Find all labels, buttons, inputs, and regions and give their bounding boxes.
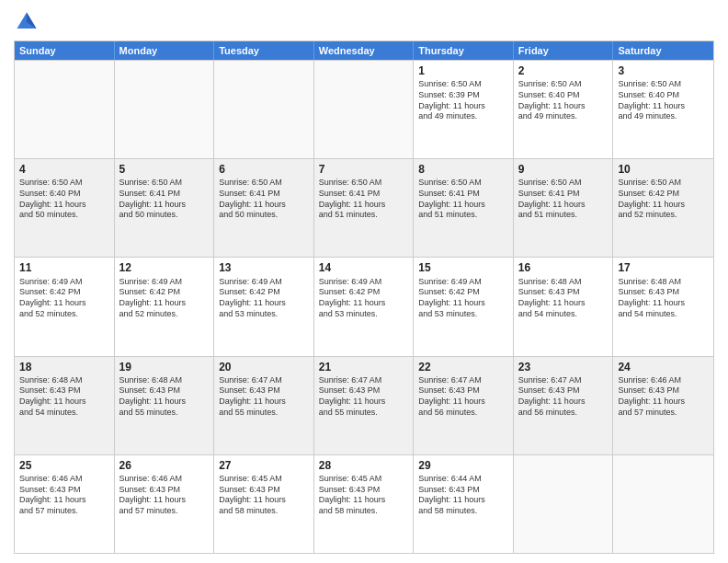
- cell-info: Sunrise: 6:48 AMSunset: 6:43 PMDaylight:…: [19, 375, 109, 419]
- day-number: 26: [119, 458, 210, 473]
- cell-info: Sunrise: 6:49 AMSunset: 6:42 PMDaylight:…: [19, 277, 109, 320]
- cell-info: Sunrise: 6:47 AMSunset: 6:43 PMDaylight:…: [518, 375, 609, 419]
- calendar-cell: 5Sunrise: 6:50 AMSunset: 6:41 PMDaylight…: [115, 159, 215, 257]
- header-day: Thursday: [414, 41, 514, 60]
- calendar-cell: 3Sunrise: 6:50 AMSunset: 6:40 PMDaylight…: [613, 61, 713, 158]
- cell-info: Sunrise: 6:47 AMSunset: 6:43 PMDaylight:…: [219, 375, 309, 419]
- logo-icon: [14, 9, 40, 35]
- calendar-cell: [514, 455, 614, 553]
- calendar-header: SundayMondayTuesdayWednesdayThursdayFrid…: [15, 41, 713, 60]
- day-number: 7: [319, 162, 409, 177]
- header: [14, 9, 714, 35]
- cell-info: Sunrise: 6:50 AMSunset: 6:39 PMDaylight:…: [418, 79, 508, 122]
- calendar-cell: 1Sunrise: 6:50 AMSunset: 6:39 PMDaylight…: [414, 61, 514, 158]
- day-number: 6: [219, 162, 309, 177]
- day-number: 13: [219, 260, 309, 275]
- day-number: 5: [119, 162, 210, 177]
- calendar-cell: 27Sunrise: 6:45 AMSunset: 6:43 PMDayligh…: [214, 455, 314, 553]
- calendar-cell: 8Sunrise: 6:50 AMSunset: 6:41 PMDaylight…: [414, 159, 514, 257]
- day-number: 8: [418, 162, 508, 177]
- day-number: 2: [518, 63, 609, 78]
- day-number: 22: [418, 360, 508, 374]
- cell-info: Sunrise: 6:49 AMSunset: 6:42 PMDaylight:…: [119, 277, 210, 320]
- calendar-cell: 25Sunrise: 6:46 AMSunset: 6:43 PMDayligh…: [15, 455, 115, 553]
- header-day: Tuesday: [214, 41, 314, 60]
- cell-info: Sunrise: 6:48 AMSunset: 6:43 PMDaylight:…: [119, 375, 210, 419]
- calendar-cell: 17Sunrise: 6:48 AMSunset: 6:43 PMDayligh…: [613, 258, 713, 355]
- cell-info: Sunrise: 6:50 AMSunset: 6:42 PMDaylight:…: [618, 178, 709, 221]
- calendar-cell: 28Sunrise: 6:45 AMSunset: 6:43 PMDayligh…: [314, 455, 415, 553]
- calendar-cell: 24Sunrise: 6:46 AMSunset: 6:43 PMDayligh…: [613, 357, 713, 454]
- day-number: 25: [19, 458, 109, 473]
- day-number: 16: [518, 260, 609, 275]
- cell-info: Sunrise: 6:47 AMSunset: 6:43 PMDaylight:…: [418, 375, 508, 419]
- cell-info: Sunrise: 6:49 AMSunset: 6:42 PMDaylight:…: [219, 277, 309, 320]
- calendar-cell: [214, 61, 314, 158]
- calendar-cell: 7Sunrise: 6:50 AMSunset: 6:41 PMDaylight…: [314, 159, 415, 257]
- cell-info: Sunrise: 6:50 AMSunset: 6:41 PMDaylight:…: [219, 178, 309, 221]
- calendar-cell: 26Sunrise: 6:46 AMSunset: 6:43 PMDayligh…: [115, 455, 215, 553]
- cell-info: Sunrise: 6:50 AMSunset: 6:40 PMDaylight:…: [618, 79, 709, 122]
- day-number: 9: [518, 162, 609, 177]
- header-day: Monday: [115, 41, 215, 60]
- day-number: 11: [19, 260, 109, 275]
- day-number: 10: [618, 162, 709, 177]
- calendar-row: 18Sunrise: 6:48 AMSunset: 6:43 PMDayligh…: [15, 356, 713, 454]
- calendar-cell: [613, 455, 713, 553]
- calendar-cell: 14Sunrise: 6:49 AMSunset: 6:42 PMDayligh…: [314, 258, 415, 355]
- cell-info: Sunrise: 6:50 AMSunset: 6:40 PMDaylight:…: [518, 79, 609, 122]
- logo: [14, 9, 43, 35]
- calendar-row: 4Sunrise: 6:50 AMSunset: 6:40 PMDaylight…: [15, 158, 713, 257]
- cell-info: Sunrise: 6:46 AMSunset: 6:43 PMDaylight:…: [19, 474, 109, 517]
- day-number: 18: [19, 360, 109, 374]
- day-number: 28: [319, 458, 409, 473]
- day-number: 17: [618, 260, 709, 275]
- calendar-cell: 22Sunrise: 6:47 AMSunset: 6:43 PMDayligh…: [414, 357, 514, 454]
- calendar-cell: 6Sunrise: 6:50 AMSunset: 6:41 PMDaylight…: [214, 159, 314, 257]
- day-number: 3: [618, 63, 709, 78]
- cell-info: Sunrise: 6:50 AMSunset: 6:40 PMDaylight:…: [19, 178, 109, 221]
- cell-info: Sunrise: 6:49 AMSunset: 6:42 PMDaylight:…: [418, 277, 508, 320]
- calendar-body: 1Sunrise: 6:50 AMSunset: 6:39 PMDaylight…: [15, 60, 713, 553]
- day-number: 14: [319, 260, 409, 275]
- calendar-cell: 4Sunrise: 6:50 AMSunset: 6:40 PMDaylight…: [15, 159, 115, 257]
- cell-info: Sunrise: 6:50 AMSunset: 6:41 PMDaylight:…: [518, 178, 609, 221]
- calendar-row: 1Sunrise: 6:50 AMSunset: 6:39 PMDaylight…: [15, 60, 713, 158]
- day-number: 24: [618, 360, 709, 374]
- day-number: 1: [418, 63, 508, 78]
- header-day: Saturday: [613, 41, 713, 60]
- header-day: Wednesday: [314, 41, 415, 60]
- cell-info: Sunrise: 6:48 AMSunset: 6:43 PMDaylight:…: [618, 277, 709, 320]
- calendar-row: 11Sunrise: 6:49 AMSunset: 6:42 PMDayligh…: [15, 257, 713, 355]
- calendar-cell: 15Sunrise: 6:49 AMSunset: 6:42 PMDayligh…: [414, 258, 514, 355]
- day-number: 21: [319, 360, 409, 374]
- calendar-cell: 16Sunrise: 6:48 AMSunset: 6:43 PMDayligh…: [514, 258, 614, 355]
- day-number: 23: [518, 360, 609, 374]
- calendar-cell: 10Sunrise: 6:50 AMSunset: 6:42 PMDayligh…: [613, 159, 713, 257]
- calendar-cell: 13Sunrise: 6:49 AMSunset: 6:42 PMDayligh…: [214, 258, 314, 355]
- calendar-cell: 23Sunrise: 6:47 AMSunset: 6:43 PMDayligh…: [514, 357, 614, 454]
- cell-info: Sunrise: 6:47 AMSunset: 6:43 PMDaylight:…: [319, 375, 409, 419]
- cell-info: Sunrise: 6:46 AMSunset: 6:43 PMDaylight:…: [119, 474, 210, 517]
- calendar-cell: [314, 61, 415, 158]
- cell-info: Sunrise: 6:50 AMSunset: 6:41 PMDaylight:…: [319, 178, 409, 221]
- day-number: 4: [19, 162, 109, 177]
- calendar-cell: 29Sunrise: 6:44 AMSunset: 6:43 PMDayligh…: [414, 455, 514, 553]
- day-number: 15: [418, 260, 508, 275]
- calendar-cell: 2Sunrise: 6:50 AMSunset: 6:40 PMDaylight…: [514, 61, 614, 158]
- calendar-cell: 19Sunrise: 6:48 AMSunset: 6:43 PMDayligh…: [115, 357, 215, 454]
- cell-info: Sunrise: 6:48 AMSunset: 6:43 PMDaylight:…: [518, 277, 609, 320]
- cell-info: Sunrise: 6:45 AMSunset: 6:43 PMDaylight:…: [219, 474, 309, 517]
- calendar-cell: 20Sunrise: 6:47 AMSunset: 6:43 PMDayligh…: [214, 357, 314, 454]
- calendar-cell: 11Sunrise: 6:49 AMSunset: 6:42 PMDayligh…: [15, 258, 115, 355]
- day-number: 20: [219, 360, 309, 374]
- day-number: 29: [418, 458, 508, 473]
- cell-info: Sunrise: 6:50 AMSunset: 6:41 PMDaylight:…: [119, 178, 210, 221]
- cell-info: Sunrise: 6:46 AMSunset: 6:43 PMDaylight:…: [618, 375, 709, 419]
- calendar: SundayMondayTuesdayWednesdayThursdayFrid…: [14, 40, 714, 554]
- header-day: Sunday: [15, 41, 115, 60]
- calendar-row: 25Sunrise: 6:46 AMSunset: 6:43 PMDayligh…: [15, 454, 713, 553]
- cell-info: Sunrise: 6:49 AMSunset: 6:42 PMDaylight:…: [319, 277, 409, 320]
- day-number: 27: [219, 458, 309, 473]
- header-day: Friday: [514, 41, 614, 60]
